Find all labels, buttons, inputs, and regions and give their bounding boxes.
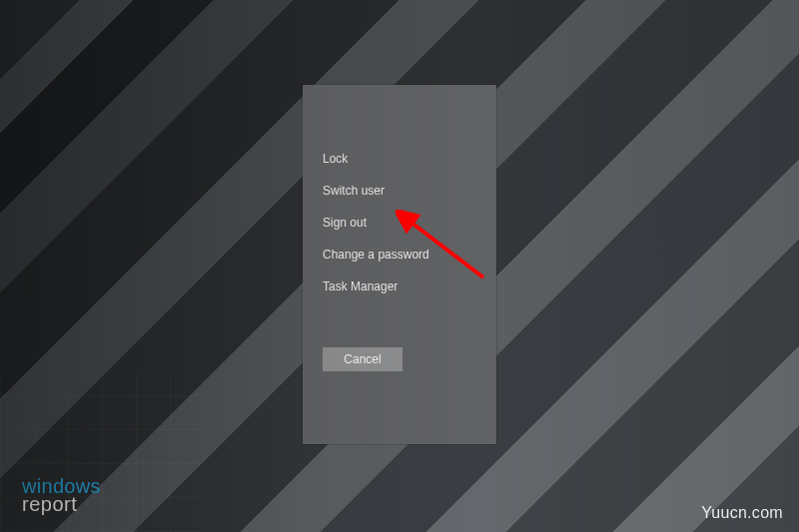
security-options-dialog: Lock Switch user Sign out Change a passw… bbox=[303, 85, 496, 444]
security-options-menu: Lock Switch user Sign out Change a passw… bbox=[323, 143, 429, 302]
watermark-yuucn: Yuucn.com bbox=[701, 504, 783, 522]
watermark-windows-report: windows report bbox=[22, 476, 101, 514]
cancel-button[interactable]: Cancel bbox=[323, 347, 402, 371]
menu-item-switch-user[interactable]: Switch user bbox=[323, 175, 429, 207]
menu-item-task-manager[interactable]: Task Manager bbox=[323, 270, 429, 302]
menu-item-sign-out[interactable]: Sign out bbox=[323, 207, 429, 239]
cancel-button-container: Cancel bbox=[323, 347, 402, 371]
watermark-line2: report bbox=[22, 494, 101, 514]
desktop-background: Lock Switch user Sign out Change a passw… bbox=[0, 0, 799, 532]
menu-item-change-password[interactable]: Change a password bbox=[323, 239, 429, 270]
menu-item-lock[interactable]: Lock bbox=[323, 143, 429, 175]
